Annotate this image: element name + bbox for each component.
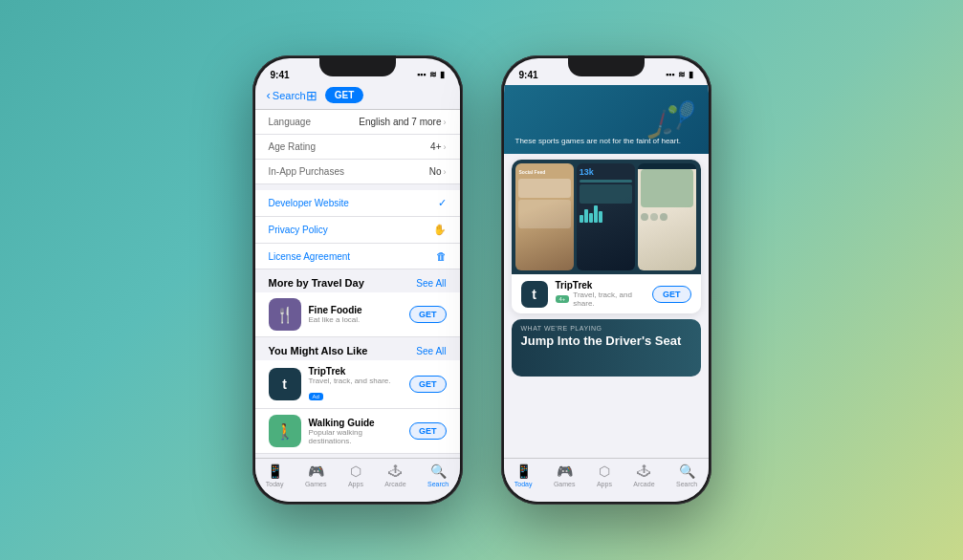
status-icons-2: ▪▪▪ ≋ ▮ (666, 70, 693, 79)
tab-arcade-2[interactable]: 🕹 Arcade (633, 463, 654, 487)
triptrek-showcase-get[interactable]: GET (652, 286, 691, 303)
walking-guide-info: Walking Guide Popular walking destinatio… (309, 418, 402, 445)
notch-1 (319, 55, 396, 76)
phone-2-screen: 9:41 ▪▪▪ ≋ ▮ 🏒🎾 These sports games are n… (504, 58, 709, 502)
triptrek-showcase-name: TripTrek (556, 280, 645, 291)
walking-guide-subtitle: Popular walking destinations. (309, 428, 402, 445)
social-feed-ui: Social Feed (515, 163, 574, 270)
triptrek-get-button[interactable]: GET (409, 376, 447, 393)
triptrek-subtitle: Travel, track, and share. (309, 377, 402, 385)
arcade-tab-icon-2: 🕹 (637, 463, 650, 479)
triptrek-showcase-subtitle: Travel, track, and share. (573, 291, 645, 308)
social-feed-label: Social Feed (515, 163, 574, 177)
arcade-tab-icon: 🕹 (388, 463, 402, 479)
tab-apps-1[interactable]: ⬡ Apps (348, 463, 363, 487)
more-by-see-all[interactable]: See All (416, 278, 446, 289)
you-might-section: You Might Also Like See All (255, 337, 460, 360)
triptrek-name: TripTrek (309, 366, 402, 377)
developer-website-row[interactable]: Developer Website ✓ (255, 190, 460, 217)
app-header-1: ‹ Search ⊞ GET (255, 85, 460, 110)
map-ui (638, 169, 696, 270)
whats-playing-label: WHAT WE'RE PLAYING (512, 319, 701, 334)
tab-search-2[interactable]: 🔍 Search (676, 463, 697, 487)
walking-guide-icon: 🚶 (269, 415, 301, 447)
featured-card[interactable]: 🏒🎾 These sports games are not for the fa… (504, 85, 709, 154)
app-showcase-card: Social Feed 13k (512, 160, 701, 313)
tab-games-2[interactable]: 🎮 Games (554, 463, 576, 487)
today-tab-icon-2: 📱 (515, 463, 532, 479)
signal-icon-1: ▪▪▪ (417, 70, 427, 79)
privacy-policy-link: Privacy Policy (269, 225, 328, 235)
whats-playing-card[interactable]: WHAT WE'RE PLAYING Jump Into the Driver'… (512, 319, 701, 377)
license-link: License Agreement (269, 251, 351, 262)
language-label: Language (269, 117, 312, 127)
today-tab-icon: 📱 (267, 463, 283, 479)
triptrek-info: TripTrek Travel, track, and share. Ad (309, 366, 402, 402)
today-tab-label-2: Today (514, 481, 533, 487)
wifi-icon-1: ≋ (429, 70, 437, 79)
chevron-right-icon-3: › (444, 167, 447, 177)
apps-tab-label: Apps (348, 481, 363, 487)
today-tab-label: Today (266, 481, 284, 487)
back-chevron-icon: ‹ (267, 88, 271, 102)
chevron-right-icon-2: › (444, 142, 447, 152)
back-label-1: Search (273, 90, 306, 101)
games-tab-icon-2: 🎮 (557, 463, 573, 479)
tab-arcade-1[interactable]: 🕹 Arcade (384, 463, 405, 487)
tab-games-1[interactable]: 🎮 Games (305, 463, 327, 487)
external-link-icon: ✓ (438, 197, 447, 209)
license-row[interactable]: License Agreement 🗑 (255, 244, 460, 269)
stats-ui: 13k (577, 163, 635, 270)
games-tab-label-2: Games (554, 481, 576, 487)
iap-label: In-App Purchases (269, 166, 345, 177)
app-screenshots: Social Feed 13k (512, 160, 701, 274)
language-row[interactable]: Language English and 7 more › (255, 110, 460, 135)
whats-playing-title: Jump Into the Driver's Seat (512, 334, 701, 349)
more-by-section: More by Travel Day See All (255, 269, 460, 292)
wifi-icon-2: ≋ (678, 70, 686, 79)
tab-search-1[interactable]: 🔍 Search (427, 463, 449, 487)
get-button-header[interactable]: GET (325, 87, 364, 103)
today-content: 🏒🎾 These sports games are not for the fa… (504, 85, 709, 458)
chevron-right-icon: › (444, 118, 447, 127)
apps-tab-icon-2: ⬡ (599, 463, 610, 479)
apps-tab-label-2: Apps (597, 481, 612, 487)
fine-foodie-icon: 🍴 (269, 298, 301, 331)
status-icons-1: ▪▪▪ ≋ ▮ (417, 70, 445, 79)
status-time-2: 9:41 (519, 70, 538, 80)
age-rating-row[interactable]: Age Rating 4+ › (255, 135, 460, 160)
more-by-title: More by Travel Day (269, 277, 364, 289)
screenshot-map (638, 163, 696, 270)
fine-foodie-get-button[interactable]: GET (409, 306, 447, 323)
tab-bar-1: 📱 Today 🎮 Games ⬡ Apps 🕹 Arcade 🔍 Search (255, 458, 460, 502)
you-might-title: You Might Also Like (269, 345, 368, 356)
signal-icon-2: ▪▪▪ (666, 70, 675, 79)
tab-today-2[interactable]: 📱 Today (514, 463, 533, 487)
link-rows: Developer Website ✓ Privacy Policy ✋ Lic… (255, 190, 460, 269)
age-rating-value: 4+ › (430, 141, 446, 152)
triptrek-icon-small: t (269, 368, 301, 400)
walking-guide-row: 🚶 Walking Guide Popular walking destinat… (255, 409, 460, 454)
back-button-1[interactable]: ‹ Search (267, 88, 306, 102)
tab-today-1[interactable]: 📱 Today (266, 463, 284, 487)
privacy-policy-row[interactable]: Privacy Policy ✋ (255, 217, 460, 244)
phone-2: 9:41 ▪▪▪ ≋ ▮ 🏒🎾 These sports games are n… (501, 55, 711, 505)
battery-icon-1: ▮ (440, 70, 445, 79)
walking-guide-get-button[interactable]: GET (409, 422, 447, 440)
iap-row[interactable]: In-App Purchases No › (255, 160, 460, 184)
featured-description: These sports games are not for the faint… (515, 137, 681, 145)
tab-apps-2[interactable]: ⬡ Apps (597, 463, 612, 487)
arcade-tab-label-2: Arcade (633, 481, 654, 487)
notch-2 (568, 55, 645, 76)
search-tab-icon: 🔍 (430, 463, 447, 479)
age-rating-label: Age Rating (269, 141, 316, 152)
triptrek-showcase-info: TripTrek 4+ Travel, track, and share. (556, 280, 645, 308)
trash-icon: 🗑 (436, 250, 447, 262)
apps-tab-icon: ⬡ (350, 463, 361, 479)
featured-card-text: These sports games are not for the faint… (515, 137, 681, 146)
grid-icon-1[interactable]: ⊞ (306, 88, 317, 103)
filter-rows: Language English and 7 more › Age Rating… (255, 110, 460, 184)
you-might-see-all[interactable]: See All (416, 346, 446, 356)
arcade-tab-label: Arcade (384, 481, 405, 487)
triptrek-badge: Ad (309, 393, 323, 400)
